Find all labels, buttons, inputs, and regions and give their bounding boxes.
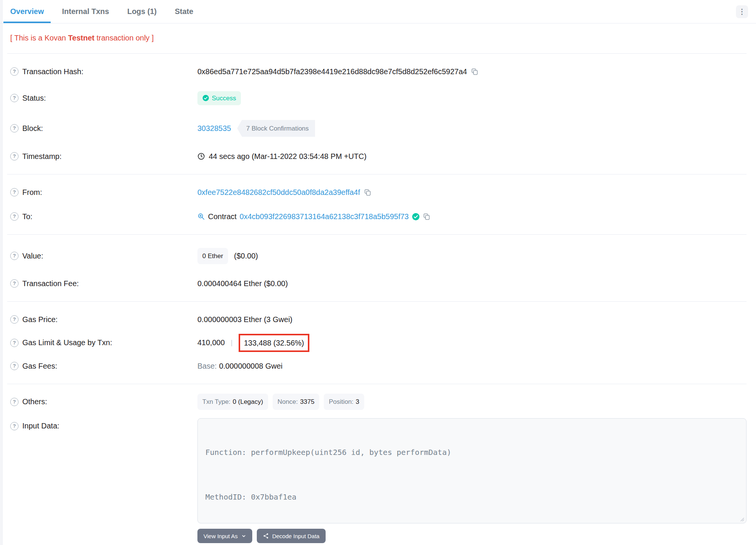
- annotation-highlight-box: 133,488 (32.56%): [239, 334, 309, 352]
- row-value: ? Value: 0 Ether ($0.00): [0, 240, 756, 271]
- help-icon[interactable]: ?: [10, 94, 19, 102]
- field-label: Gas Limit & Usage by Txn:: [22, 338, 112, 347]
- row-status: ? Status: Success: [0, 84, 756, 112]
- transaction-tabbar: Overview Internal Txns Logs (1) State ⋮: [0, 0, 756, 23]
- field-label: Status:: [22, 93, 46, 103]
- status-badge: Success: [197, 91, 241, 105]
- copy-icon[interactable]: [364, 188, 371, 196]
- notice-text: transaction only ]: [95, 34, 154, 42]
- row-to: ? To: Contract 0x4cb093f226983713164a621…: [0, 204, 756, 229]
- from-address-link[interactable]: 0xfee7522e8482682cf50ddc50a0f8da2a39effa…: [197, 188, 360, 197]
- help-icon[interactable]: ?: [10, 315, 19, 324]
- block-confirmations-badge: 7 Block Confirmations: [237, 120, 315, 137]
- copy-icon[interactable]: [423, 213, 430, 220]
- gas-price-value: 0.000000003 Ether (3 Gwei): [197, 315, 292, 324]
- zoom-in-icon[interactable]: [197, 213, 205, 220]
- position-badge: Position: 3: [324, 394, 364, 410]
- notice-text: [ This is a Kovan: [10, 34, 68, 42]
- row-gas-price: ? Gas Price: 0.000000003 Ether (3 Gwei): [0, 307, 756, 332]
- help-icon[interactable]: ?: [10, 188, 19, 196]
- badge-value: 0 (Legacy): [233, 397, 263, 406]
- block-number-link[interactable]: 30328535: [197, 124, 231, 133]
- field-label: Input Data:: [22, 421, 59, 431]
- row-transaction-hash: ? Transaction Hash: 0x86ed5a771e725aa94d…: [0, 59, 756, 84]
- copy-icon[interactable]: [471, 68, 478, 75]
- help-icon[interactable]: ?: [10, 362, 19, 370]
- decode-input-data-button[interactable]: Decode Input Data: [257, 529, 326, 543]
- row-gas-limit-usage: ? Gas Limit & Usage by Txn: 410,000 | 13…: [0, 332, 756, 354]
- row-block: ? Block: 30328535 7 Block Confirmations: [0, 112, 756, 144]
- help-icon[interactable]: ?: [10, 339, 19, 347]
- tab-internal-txns[interactable]: Internal Txns: [55, 0, 116, 23]
- window-left-edge: [0, 0, 3, 545]
- clock-icon: [197, 153, 205, 160]
- tab-overview[interactable]: Overview: [3, 0, 51, 23]
- field-label: Value:: [22, 251, 43, 261]
- testnet-notice: [ This is a Kovan Testnet transaction on…: [0, 23, 756, 43]
- kebab-menu-icon: ⋮: [739, 8, 746, 15]
- help-icon[interactable]: ?: [10, 67, 19, 76]
- ether-value-badge: 0 Ether: [197, 248, 228, 264]
- divider: [7, 174, 747, 174]
- field-label: Transaction Hash:: [22, 67, 84, 76]
- badge-value: 3: [356, 397, 359, 406]
- badge-key: Position:: [329, 397, 353, 406]
- function-signature: Function: performUpkeep(uint256 id, byte…: [205, 447, 739, 458]
- to-address-link[interactable]: 0x4cb093f226983713164a62138c3f718a5b595f…: [240, 212, 409, 221]
- nonce-badge: Nonce: 3375: [273, 394, 320, 410]
- help-icon[interactable]: ?: [10, 152, 19, 160]
- field-label: From:: [22, 188, 42, 197]
- view-input-as-button[interactable]: View Input As: [197, 529, 252, 543]
- row-others: ? Others: Txn Type: 0 (Legacy) Nonce: 33…: [0, 390, 756, 416]
- transaction-hash-value: 0x86ed5a771e725aa94d5b7fa2398e4419e216d8…: [197, 67, 467, 76]
- decode-icon: [263, 533, 269, 539]
- row-input-data: ? Input Data: Function: performUpkeep(ui…: [0, 416, 756, 543]
- help-icon[interactable]: ?: [10, 279, 19, 288]
- usd-value: ($0.00): [234, 251, 258, 261]
- help-icon[interactable]: ?: [10, 422, 19, 430]
- check-circle-icon: [202, 95, 209, 101]
- transaction-fee-value: 0.000400464 Ether ($0.00): [197, 279, 288, 288]
- status-text: Success: [212, 93, 236, 103]
- badge-value: 3375: [300, 397, 315, 406]
- field-label: Timestamp:: [22, 152, 62, 161]
- badge-key: Txn Type:: [202, 397, 230, 406]
- more-options-button[interactable]: ⋮: [736, 5, 748, 18]
- tab-state[interactable]: State: [168, 0, 200, 23]
- badge-key: Nonce:: [278, 397, 298, 406]
- base-fee-label: Base:: [197, 361, 217, 371]
- verified-check-icon: [412, 213, 420, 221]
- field-label: To:: [22, 212, 33, 221]
- to-type-label: Contract: [208, 212, 237, 221]
- chevron-down-icon: [241, 534, 246, 539]
- tab-logs[interactable]: Logs (1): [120, 0, 163, 23]
- divider: [7, 384, 747, 384]
- field-label: Block:: [22, 124, 43, 133]
- divider: [7, 301, 747, 302]
- row-transaction-fee: ? Transaction Fee: 0.000400464 Ether ($0…: [0, 271, 756, 296]
- gas-limit-value: 410,000: [197, 338, 225, 347]
- field-label: Others:: [22, 397, 47, 406]
- field-label: Transaction Fee:: [22, 279, 79, 288]
- field-label: Gas Price:: [22, 315, 57, 324]
- notice-bold-text: Testnet: [68, 34, 95, 42]
- timestamp-value: 44 secs ago (Mar-11-2022 03:54:48 PM +UT…: [209, 152, 366, 161]
- help-icon[interactable]: ?: [10, 124, 19, 132]
- divider: [7, 53, 747, 54]
- input-data-textarea[interactable]: Function: performUpkeep(uint256 id, byte…: [197, 418, 747, 523]
- separator: |: [231, 338, 233, 347]
- divider: [7, 234, 747, 235]
- resize-grip-icon[interactable]: [739, 516, 744, 522]
- base-fee-value: 0.000000008 Gwei: [219, 361, 283, 371]
- help-icon[interactable]: ?: [10, 212, 19, 221]
- help-icon[interactable]: ?: [10, 398, 19, 406]
- method-id: MethodID: 0x7bbaf1ea: [205, 492, 739, 503]
- row-from: ? From: 0xfee7522e8482682cf50ddc50a0f8da…: [0, 180, 756, 204]
- gas-usage-value: 133,488 (32.56%): [244, 339, 304, 347]
- help-icon[interactable]: ?: [10, 252, 19, 260]
- row-timestamp: ? Timestamp: 44 secs ago (Mar-11-2022 03…: [0, 144, 756, 168]
- txn-type-badge: Txn Type: 0 (Legacy): [197, 394, 268, 410]
- row-gas-fees: ? Gas Fees: Base: 0.000000008 Gwei: [0, 354, 756, 378]
- field-label: Gas Fees:: [22, 361, 57, 371]
